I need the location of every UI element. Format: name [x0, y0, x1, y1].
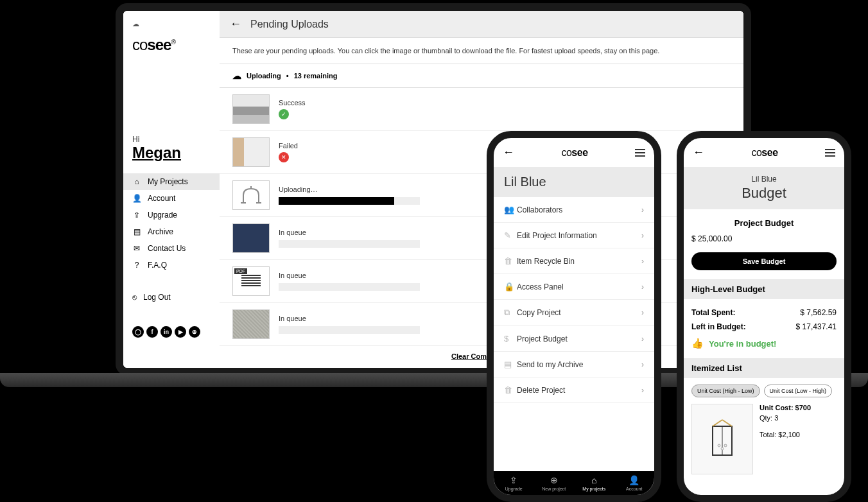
chevron-right-icon: › [641, 205, 644, 214]
svg-line-1 [713, 420, 722, 426]
upgrade-icon: ⇪ [132, 211, 141, 220]
tab-upgrade[interactable]: ⇪Upgrade [494, 475, 534, 491]
svg-point-6 [721, 447, 724, 450]
dot: • [286, 72, 289, 80]
trash-icon: 🗑 [504, 385, 517, 395]
plus-icon: ⊕ [534, 475, 575, 485]
chevron-right-icon: › [641, 360, 644, 369]
menu-delete[interactable]: 🗑Delete Project› [494, 377, 654, 403]
upload-row-queue: In queue [220, 303, 743, 346]
menu-icon[interactable] [825, 149, 835, 157]
fail-icon: ✕ [279, 152, 289, 162]
svg-point-5 [724, 444, 727, 447]
chevron-right-icon: › [641, 334, 644, 343]
logout-button[interactable]: ⎋Log Out [123, 289, 220, 306]
filter-pills: Unit Cost (High - Low) Unit Cost (Low - … [691, 385, 837, 397]
logout-icon: ⎋ [132, 293, 137, 302]
nav-upgrade[interactable]: ⇪Upgrade [123, 207, 220, 223]
menu-icon[interactable] [635, 149, 645, 157]
logo: cosee® [132, 36, 211, 54]
project-title-bar: Lil Blue [494, 167, 654, 197]
nav-my-projects[interactable]: ⌂My Projects [123, 173, 220, 190]
menu-access[interactable]: 🔒Access Panel› [494, 274, 654, 300]
save-budget-button[interactable]: Save Budget [691, 252, 837, 270]
project-budget-label: Project Budget [691, 218, 837, 228]
menu-copy[interactable]: ⧉Copy Project› [494, 300, 654, 326]
upload-thumbnail[interactable] [232, 180, 270, 210]
sidebar: ☁ cosee® Hi Megan ⌂My Projects 👤Account … [123, 11, 220, 368]
item-card: Unit Cost: $700 Qty: 3 Total: $2,100 [691, 404, 837, 474]
user-icon: 👤 [132, 194, 141, 203]
upload-thumbnail[interactable] [232, 137, 270, 167]
tab-my-projects[interactable]: ⌂My projects [574, 475, 614, 491]
label: Total Spent: [691, 308, 735, 317]
itemized-header: Itemized List [684, 358, 844, 378]
budget-heading: Budget [694, 185, 834, 202]
tab-account[interactable]: 👤Account [614, 475, 655, 491]
nav-contact[interactable]: ✉Contact Us [123, 240, 220, 257]
pill-low-high[interactable]: Unit Cost (Low - High) [764, 385, 833, 397]
nav-label: F.A.Q [148, 261, 167, 270]
menu-label: Copy Project [517, 308, 641, 317]
facebook-icon[interactable]: f [146, 326, 158, 338]
menu-budget[interactable]: $Project Budget› [494, 326, 654, 352]
instagram-icon[interactable]: ◯ [132, 326, 144, 338]
nav-account[interactable]: 👤Account [123, 190, 220, 207]
upload-thumbnail[interactable] [232, 94, 270, 124]
item-image[interactable] [691, 404, 753, 474]
menu-label: Access Panel [517, 282, 641, 291]
nav-archive[interactable]: ▤Archive [123, 223, 220, 240]
web-icon[interactable]: ⊕ [189, 326, 200, 338]
total-spent-row: Total Spent:$ 7,562.59 [691, 306, 837, 320]
progress-bar [279, 283, 420, 291]
upload-thumbnail[interactable] [232, 223, 270, 253]
upload-status-bar: ☁ Uploading • 13 remaining [220, 64, 743, 88]
greeting-hi: Hi [132, 135, 211, 144]
status-remaining: 13 remaining [294, 72, 338, 80]
upload-list: Success ✓ Failed ✕ Retry Uploading… [220, 88, 743, 368]
pill-high-low[interactable]: Unit Cost (High - Low) [691, 385, 760, 397]
upload-thumbnail[interactable] [232, 309, 270, 339]
menu-archive[interactable]: ▤Send to my Archive› [494, 352, 654, 377]
unit-cost: Unit Cost: $700 [759, 404, 811, 411]
page-title: Pending Uploads [250, 19, 329, 30]
nav-label: My Projects [148, 177, 188, 186]
menu-recycle[interactable]: 🗑Item Recycle Bin› [494, 248, 654, 274]
budget-body: Project Budget $ 25,000.00 Save Budget H… [684, 209, 844, 495]
svg-point-4 [718, 444, 720, 447]
back-arrow-icon[interactable]: ← [503, 146, 514, 159]
upload-thumbnail[interactable]: PDF [232, 266, 270, 296]
tab-new-project[interactable]: ⊕New project [534, 475, 575, 491]
linkedin-icon[interactable]: in [161, 326, 172, 338]
clear-completed-link[interactable]: Clear Com [220, 346, 743, 367]
svg-line-2 [722, 420, 732, 426]
menu-collaborators[interactable]: 👥Collaborators› [494, 197, 654, 223]
upload-row-uploading: Uploading… [220, 174, 743, 217]
help-icon: ? [132, 261, 141, 270]
status-uploading: Uploading [247, 72, 281, 80]
menu-label: Collaborators [517, 205, 641, 214]
row-status: Success [279, 99, 731, 107]
left-in-budget-row: Left in Budget:$ 17,437.41 [691, 320, 837, 334]
intro-text: These are your pending uploads. You can … [220, 38, 743, 64]
in-budget-text: You're in budget! [709, 339, 776, 349]
nav-label: Upgrade [148, 211, 177, 220]
tab-bar: ⇪Upgrade ⊕New project ⌂My projects 👤Acco… [494, 471, 654, 495]
value: $ 17,437.41 [796, 322, 837, 331]
chevron-right-icon: › [641, 386, 644, 395]
youtube-icon[interactable]: ▶ [175, 326, 186, 338]
label: Left in Budget: [691, 322, 746, 331]
phone-project-menu: ← cosee Lil Blue 👥Collaborators› ✎Edit P… [487, 131, 661, 502]
logo: cosee [561, 147, 587, 159]
progress-bar [279, 240, 420, 248]
user-icon: 👤 [614, 475, 655, 485]
back-arrow-icon[interactable]: ← [693, 146, 704, 159]
mail-icon: ✉ [132, 244, 141, 253]
nav-faq[interactable]: ?F.A.Q [123, 257, 220, 273]
phone-budget: ← cosee Lil Blue Budget Project Budget $… [677, 131, 851, 502]
menu-edit-info[interactable]: ✎Edit Project Information› [494, 223, 654, 248]
chevron-right-icon: › [641, 308, 644, 317]
back-arrow-icon[interactable]: ← [230, 17, 241, 31]
trash-icon: 🗑 [504, 256, 517, 266]
lock-icon: 🔒 [504, 282, 517, 291]
